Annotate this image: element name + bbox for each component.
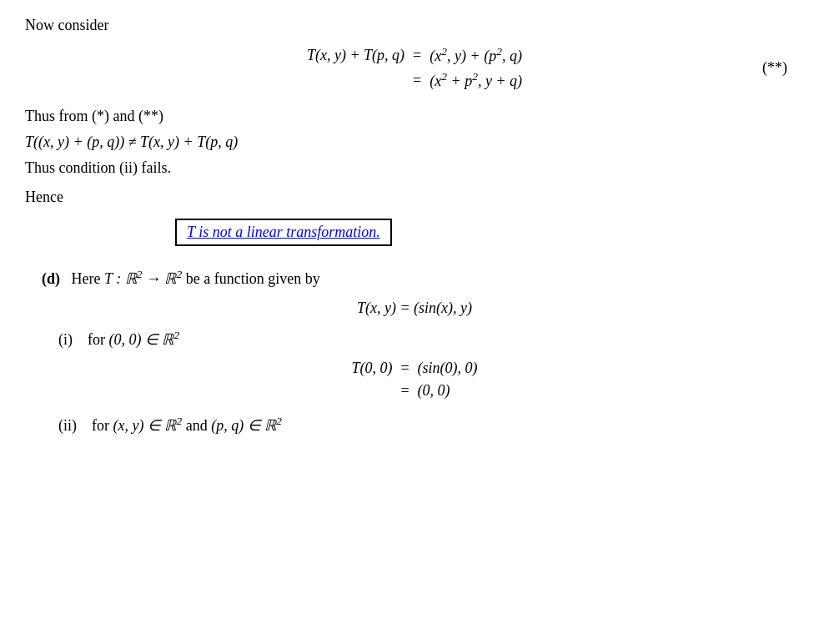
part-i-eq2-rhs: (0, 0) [413,380,478,402]
eq2-rhs: (x2 + p2, y + q) [425,68,522,93]
eq2-equals: = [409,68,425,93]
equation-row-2: = (x2 + p2, y + q) [307,68,522,93]
boxed-statement-container: T is not a linear transformation. [25,212,804,253]
part-i-section: (i) for (0, 0) ∈ ℝ2 [58,329,804,349]
eq1-equals: = [409,43,425,68]
equation-row-1: T(x, y) + T(p, q) = (x2, y) + (p2, q) [307,43,522,68]
part-d-section: (d) Here T : ℝ2 → ℝ2 be a function given… [42,268,804,288]
part-i-row-2: = (0, 0) [351,380,477,402]
part-i-row-1: T(0, 0) = (sin(0), 0) [351,357,477,380]
thus-condition-line: Thus condition (ii) fails. [25,157,804,179]
part-d-intro: Here T : ℝ2 → ℝ2 be a function given by [72,270,320,287]
part-ii-section: (ii) for (x, y) ∈ ℝ2 and (p, q) ∈ ℝ2 [58,415,804,435]
part-i-eq1-equals: = [397,357,412,380]
thus-from-line: Thus from (*) and (**) [25,105,804,128]
eq1-lhs: T(x, y) + T(p, q) [307,43,409,68]
now-consider-text: Now consider [25,17,804,34]
part-d-label: (d) [42,270,60,287]
part-i-text: for (0, 0) ∈ ℝ2 [88,331,179,348]
equation-block-star-star: T(x, y) + T(p, q) = (x2, y) + (p2, q) = … [25,43,804,93]
not-equal-line: T((x, y) + (p, q)) ≠ T(x, y) + T(p, q) [25,131,804,153]
part-i-label: (i) [58,331,73,348]
eq1-rhs: (x2, y) + (p2, q) [425,43,522,68]
part-ii-label: (ii) [58,417,77,434]
part-i-eq2-lhs [351,380,397,402]
part-i-eq1-lhs: T(0, 0) [351,357,397,380]
part-i-equations: T(0, 0) = (sin(0), 0) = (0, 0) [25,357,804,402]
equation-label-star-star: (**) [762,59,787,77]
equation-table: T(x, y) + T(p, q) = (x2, y) + (p2, q) = … [307,43,522,93]
part-i-eq1-rhs: (sin(0), 0) [413,357,478,380]
part-ii-text: for (x, y) ∈ ℝ2 and (p, q) ∈ ℝ2 [92,417,282,434]
eq2-lhs [307,68,409,93]
part-d-equation: T(x, y) = (sin(x), y) [25,299,804,317]
main-content: Now consider T(x, y) + T(p, q) = (x2, y)… [25,17,804,435]
part-i-eq-table: T(0, 0) = (sin(0), 0) = (0, 0) [351,357,477,402]
part-i-eq2-equals: = [397,380,412,402]
hence-line: Hence [25,186,804,209]
boxed-statement: T is not a linear transformation. [175,219,392,246]
